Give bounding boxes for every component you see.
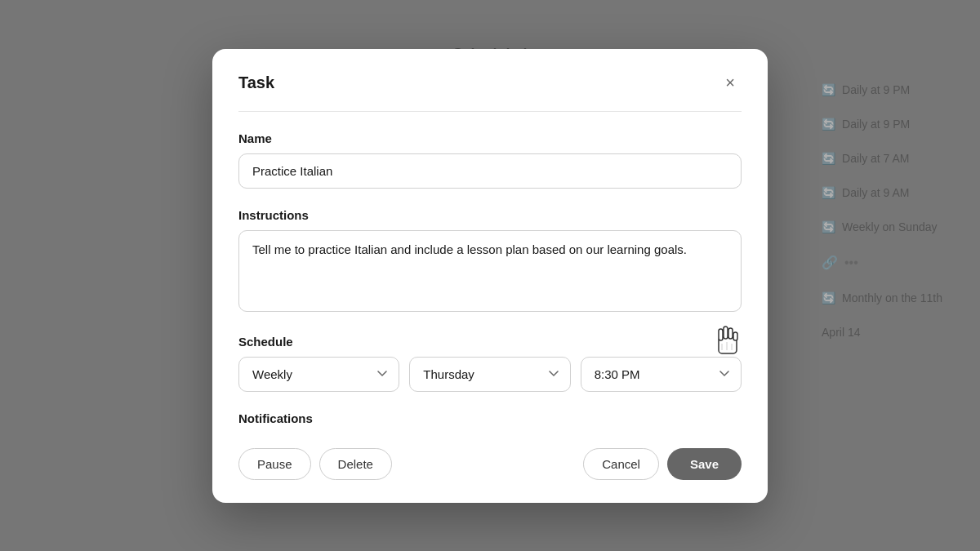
schedule-label: Schedule — [238, 335, 742, 349]
footer-right: Cancel Save — [583, 448, 742, 480]
time-select[interactable]: 8:30 PM 9:00 PM 7:00 AM 8:00 AM — [581, 357, 742, 392]
modal-footer: Pause Delete Cancel Save — [238, 448, 742, 480]
name-section: Name — [238, 131, 742, 189]
instructions-label: Instructions — [238, 208, 742, 222]
task-modal: Task × Name Instructions Schedule Weekly… — [212, 49, 768, 503]
footer-left: Pause Delete — [238, 448, 392, 480]
pause-button[interactable]: Pause — [238, 448, 311, 480]
notifications-label: Notifications — [238, 411, 742, 425]
save-button[interactable]: Save — [667, 448, 742, 480]
delete-button[interactable]: Delete — [319, 448, 392, 480]
frequency-select[interactable]: Weekly Daily Monthly — [238, 357, 399, 392]
instructions-textarea[interactable] — [238, 230, 742, 312]
instructions-section: Instructions — [238, 208, 742, 315]
modal-title: Task — [238, 73, 274, 92]
close-button[interactable]: × — [719, 72, 742, 95]
name-input[interactable] — [238, 153, 742, 189]
modal-header: Task × — [238, 72, 742, 112]
schedule-row: Weekly Daily Monthly Sunday Monday Tuesd… — [238, 357, 742, 392]
notifications-section: Notifications — [238, 411, 742, 425]
schedule-section: Schedule Weekly Daily Monthly Sunday Mon… — [238, 335, 742, 392]
cancel-button[interactable]: Cancel — [583, 448, 659, 480]
day-select[interactable]: Sunday Monday Tuesday Wednesday Thursday… — [409, 357, 570, 392]
name-label: Name — [238, 131, 742, 145]
